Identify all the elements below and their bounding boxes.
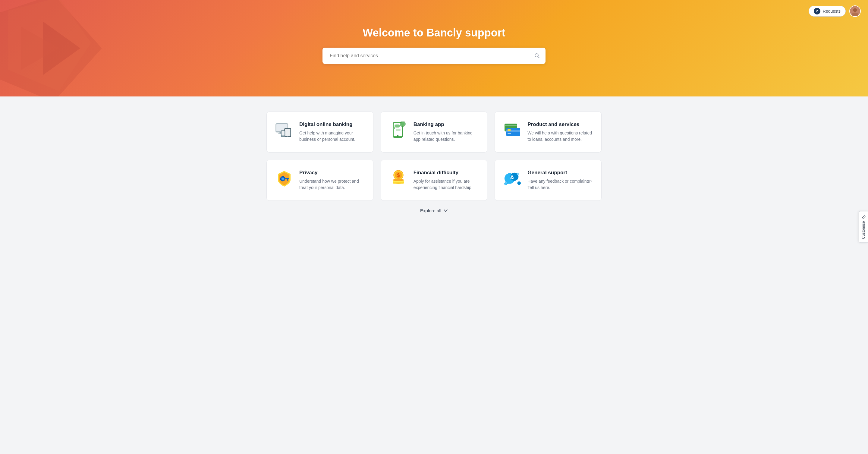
svg-point-11 [287, 136, 288, 137]
card-desc-digital: Get help with managing your business or … [299, 130, 365, 143]
svg-point-46 [517, 173, 519, 175]
card-icon-digital [275, 121, 293, 140]
pencil-icon [861, 215, 866, 219]
card-privacy[interactable]: Privacy Understand how we protect and tr… [267, 160, 373, 201]
financial-difficulty-icon: $ [390, 170, 407, 188]
customise-tab[interactable]: Customise [859, 211, 868, 243]
card-icon-financial: $ [390, 170, 407, 188]
search-button[interactable] [534, 53, 540, 59]
svg-point-1 [853, 8, 857, 12]
svg-rect-19 [396, 129, 401, 131]
card-digital-banking[interactable]: Digital online banking Get help with man… [267, 112, 373, 153]
requests-button[interactable]: 2 Requests [809, 6, 846, 17]
card-text-digital: Digital online banking Get help with man… [299, 121, 365, 143]
card-desc-financial: Apply for assistance if you are experien… [413, 178, 479, 191]
search-icon [534, 53, 540, 59]
general-support-icon: & [503, 170, 521, 187]
hero-decoration [0, 0, 134, 96]
hero-title: Welcome to Bancly support [363, 27, 505, 39]
main-content: Digital online banking Get help with man… [259, 96, 609, 231]
top-nav: 2 Requests [809, 5, 861, 17]
svg-line-4 [538, 57, 539, 58]
avatar-image [850, 5, 860, 17]
card-product-services[interactable]: Product and services We will help with q… [495, 112, 601, 153]
card-text-support: General support Have any feedback or com… [527, 170, 593, 191]
svg-rect-33 [288, 178, 289, 179]
digital-banking-icon [275, 123, 293, 139]
card-desc-privacy: Understand how we protect and treat your… [299, 178, 365, 191]
card-title-app: Banking app [413, 121, 479, 127]
privacy-icon [276, 170, 293, 188]
product-services-icon [503, 123, 521, 138]
svg-text:&: & [510, 174, 514, 180]
card-desc-product: We will help with questions related to l… [527, 130, 593, 143]
card-financial-difficulty[interactable]: $ Financial difficulty Apply for assista… [381, 160, 488, 201]
svg-rect-24 [505, 125, 517, 126]
svg-point-18 [393, 127, 395, 129]
card-text-privacy: Privacy Understand how we protect and tr… [299, 170, 365, 191]
requests-label: Requests [823, 9, 841, 13]
card-icon-product [503, 121, 521, 140]
svg-rect-31 [284, 178, 289, 179]
svg-rect-10 [285, 129, 290, 135]
svg-text:$: $ [397, 173, 400, 178]
card-icon-support: & [503, 170, 521, 188]
card-desc-support: Have any feedback or complaints? Tell us… [527, 178, 593, 191]
svg-rect-27 [507, 133, 511, 134]
requests-badge: 2 [814, 8, 820, 14]
svg-point-22 [401, 122, 404, 126]
svg-rect-32 [287, 179, 288, 181]
svg-rect-13 [281, 131, 284, 135]
svg-rect-28 [507, 129, 510, 131]
cards-grid-row2: Privacy Understand how we protect and tr… [267, 160, 601, 201]
svg-point-2 [852, 12, 858, 17]
customise-tab-wrapper: Customise [859, 211, 868, 243]
svg-point-30 [281, 178, 284, 180]
card-banking-app[interactable]: Banking app Get in touch with us for ban… [381, 112, 488, 153]
card-title-product: Product and services [527, 121, 593, 127]
card-title-financial: Financial difficulty [413, 170, 479, 176]
svg-rect-17 [395, 124, 400, 127]
cards-grid-row1: Digital online banking Get help with man… [267, 112, 601, 153]
card-text-financial: Financial difficulty Apply for assistanc… [413, 170, 479, 191]
card-desc-app: Get in touch with us for banking app rel… [413, 130, 479, 143]
card-title-privacy: Privacy [299, 170, 365, 176]
card-text-product: Product and services We will help with q… [527, 121, 593, 143]
card-general-support[interactable]: & General support Have any feedback or c… [495, 160, 601, 201]
card-icon-privacy [275, 170, 293, 188]
customise-label: Customise [861, 221, 866, 239]
chevron-down-icon [444, 209, 448, 213]
search-input[interactable] [322, 48, 546, 64]
svg-point-20 [397, 135, 398, 137]
search-container [322, 48, 546, 64]
explore-all-container[interactable]: Explore all [267, 208, 601, 213]
card-icon-app [390, 121, 407, 140]
hero-section: 2 Requests Welcome to Bancly support [0, 0, 868, 96]
avatar[interactable] [849, 5, 861, 17]
banking-app-icon [391, 121, 406, 140]
card-text-app: Banking app Get in touch with us for ban… [413, 121, 479, 143]
explore-all-label: Explore all [420, 208, 441, 213]
card-title-digital: Digital online banking [299, 121, 365, 127]
svg-point-47 [518, 181, 521, 185]
svg-point-14 [283, 136, 283, 137]
card-title-support: General support [527, 170, 593, 176]
svg-point-41 [393, 179, 404, 181]
